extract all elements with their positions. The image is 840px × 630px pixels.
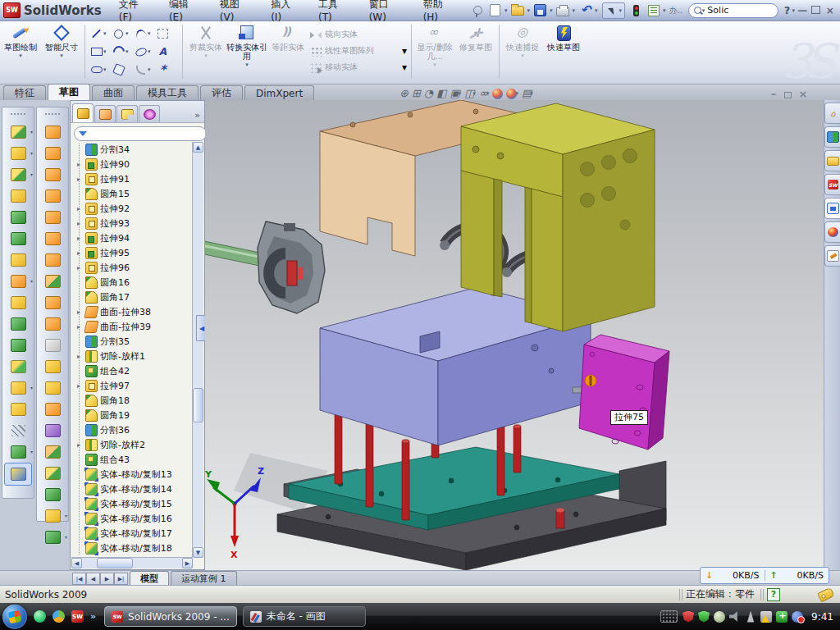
tree-item[interactable]: ▸拉伸92: [75, 201, 193, 216]
expand-arrow[interactable]: ▸: [75, 220, 83, 227]
part-insert-block[interactable]: [579, 335, 669, 450]
menu-item[interactable]: 帮助(H): [414, 0, 466, 21]
badge-check-icon[interactable]: [714, 611, 725, 623]
trim-entities-button[interactable]: 剪裁实体 ▾: [185, 21, 226, 80]
dropdown-caret[interactable]: ▾: [65, 513, 67, 518]
freeform-button[interactable]: [37, 420, 68, 441]
smart-dimension-button[interactable]: 智能尺寸 ▾: [41, 21, 82, 80]
extruded-cut-button[interactable]: ▾: [2, 143, 34, 164]
appearances-scenes-tab[interactable]: [824, 221, 840, 243]
tree-horizontal-scrollbar[interactable]: ◀ ▶: [71, 557, 193, 568]
tree-item[interactable]: 分割35: [75, 334, 193, 349]
scroll-right-arrow[interactable]: ▶: [182, 558, 193, 568]
graphics-viewport[interactable]: X Y Z 拉伸75: [205, 100, 824, 570]
doc-close-button[interactable]: ×: [799, 89, 808, 100]
window-restore-button[interactable]: [810, 5, 824, 16]
tree-vertical-scrollbar[interactable]: ▲ ▼: [192, 142, 203, 558]
search-input[interactable]: Solic: [707, 5, 728, 16]
options-button[interactable]: [646, 3, 661, 18]
command-tab[interactable]: 曲面: [92, 85, 135, 100]
expand-arrow[interactable]: ▸: [75, 205, 83, 212]
linear-pattern-dropdown-caret[interactable]: ▾: [402, 45, 407, 57]
dropdown-caret[interactable]: ▾: [148, 66, 151, 73]
quick-snaps-dropdown-caret[interactable]: ▾: [521, 52, 524, 59]
planar-surface-button[interactable]: [37, 228, 68, 249]
dropdown-caret[interactable]: ▾: [126, 30, 129, 37]
dropdown-caret[interactable]: ▾: [30, 129, 33, 135]
tree-item[interactable]: 分割36: [75, 422, 193, 437]
tree-item[interactable]: ▸拉伸96: [75, 260, 193, 275]
start-button[interactable]: [2, 605, 27, 629]
expand-arrow[interactable]: ▸: [75, 161, 83, 168]
headsup-hide-show-items-button[interactable]: ∞▾: [479, 87, 489, 100]
undo-button[interactable]: ↶: [578, 3, 593, 18]
chamfer-button[interactable]: [2, 185, 34, 207]
window-minimize-button[interactable]: —: [796, 5, 810, 16]
design-library-tab[interactable]: [824, 126, 840, 148]
expand-arrow[interactable]: ▸: [75, 323, 83, 331]
rapid-sketch-button[interactable]: 快速草图: [543, 21, 584, 80]
dropdown-caret[interactable]: ▾: [30, 278, 33, 284]
command-tab[interactable]: 评估: [200, 85, 243, 100]
part-small-pin[interactable]: [556, 509, 564, 528]
sketch-ellipse-tool[interactable]: ▾: [134, 43, 156, 61]
new-document-button[interactable]: [488, 3, 503, 18]
sketch-sfillet-tool[interactable]: ▾: [134, 61, 156, 79]
document-tab[interactable]: 模型: [130, 571, 169, 585]
repair-sketch-button[interactable]: 修复草图: [455, 21, 496, 80]
volume-icon[interactable]: [729, 611, 741, 623]
expand-arrow[interactable]: ▸: [75, 441, 83, 449]
model-canvas[interactable]: X Y Z: [205, 100, 824, 570]
curve-button[interactable]: [2, 420, 34, 441]
messenger-icon[interactable]: [34, 610, 46, 623]
new-dropdown-caret[interactable]: ▾: [504, 7, 508, 14]
sketch-selbox-tool[interactable]: [156, 25, 178, 43]
lofted-surface-button[interactable]: [37, 164, 68, 185]
tree-item[interactable]: ▸拉伸91: [75, 171, 193, 186]
tab-scroll-first-button[interactable]: |◀: [72, 573, 86, 585]
menu-item[interactable]: 插入(I): [262, 0, 309, 21]
dropdown-caret[interactable]: ▾: [459, 90, 462, 97]
delete-face-button[interactable]: [37, 335, 68, 356]
scroll-down-arrow[interactable]: ▼: [193, 547, 203, 558]
command-tab[interactable]: DimXpert: [244, 85, 314, 100]
dropdown-caret[interactable]: ▾: [103, 30, 107, 37]
search-box[interactable]: ▾ Solic: [688, 3, 778, 18]
horizontal-scroll-thumb[interactable]: [97, 558, 133, 568]
save-button[interactable]: [533, 3, 548, 18]
toolbar-grip[interactable]: [45, 113, 60, 118]
linear-sketch-pattern-button[interactable]: 线性草图阵列 ▾: [310, 43, 407, 59]
configurationmanager-tab[interactable]: [116, 105, 138, 122]
headsup-view-orientation-button[interactable]: ▣▾: [450, 87, 461, 100]
menu-item[interactable]: 编辑(E): [160, 0, 211, 21]
untrim-surface-button[interactable]: [37, 377, 68, 399]
featuremanager-design-tree-tab[interactable]: [72, 103, 94, 122]
expand-arrow[interactable]: ▸: [75, 176, 83, 183]
filter-box[interactable]: [74, 126, 207, 141]
dropdown-caret[interactable]: ▾: [530, 90, 533, 97]
draft-button[interactable]: [2, 313, 34, 335]
plane-button[interactable]: [2, 399, 34, 420]
headsup-edit-appearance-button[interactable]: [492, 89, 503, 99]
menu-item[interactable]: 工具(T): [309, 0, 360, 21]
sketch-arc-tool[interactable]: ▾: [112, 43, 134, 61]
open-dropdown-caret[interactable]: ▾: [527, 7, 530, 14]
dropdown-caret[interactable]: ▾: [30, 150, 33, 156]
hole-wizard-button[interactable]: [2, 249, 34, 271]
dropdown-caret[interactable]: ▾: [65, 534, 67, 540]
speed-shield-green-icon[interactable]: [698, 611, 710, 623]
select-tool-group[interactable]: ▾: [602, 2, 625, 19]
tree-item[interactable]: ▸切除-放样1: [75, 349, 193, 363]
spline-tool-button[interactable]: ▾: [2, 441, 34, 463]
revolved-surface-button[interactable]: [37, 143, 68, 164]
tree-item[interactable]: 圆角16: [75, 275, 193, 290]
help-dropdown-caret[interactable]: ▾: [792, 7, 795, 14]
network-warning-icon[interactable]: [760, 611, 772, 623]
dropdown-caret[interactable]: ▾: [473, 90, 477, 97]
expand-arrow[interactable]: ▸: [75, 353, 83, 360]
task-button[interactable]: SWSolidWorks 2009 - ...: [104, 606, 237, 627]
expand-arrow[interactable]: ▸: [75, 308, 83, 316]
spline-3d-button[interactable]: ▾: [37, 527, 68, 548]
undo-dropdown-caret[interactable]: ▾: [595, 7, 598, 14]
offset-surface-button[interactable]: [37, 292, 68, 313]
